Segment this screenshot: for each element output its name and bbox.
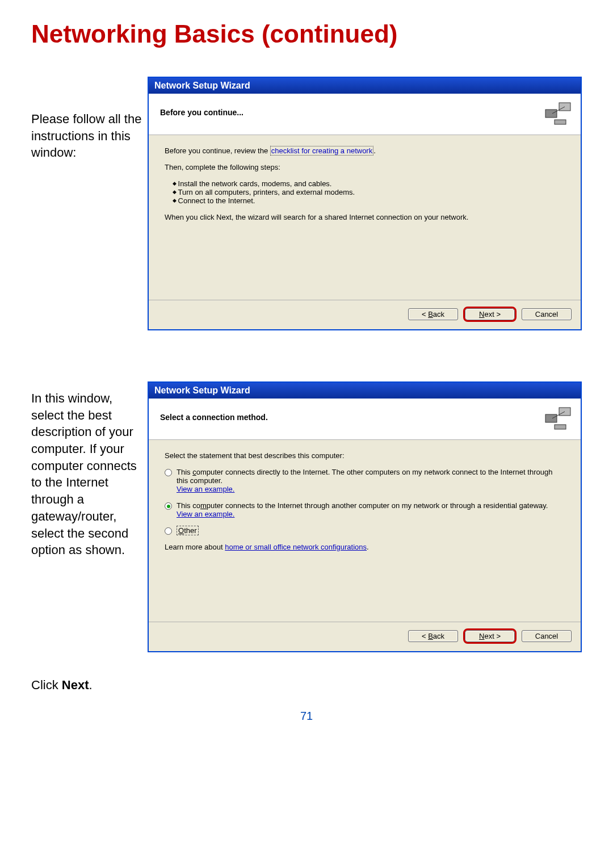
- step-2: Turn on all computers, printers, and ext…: [173, 188, 566, 196]
- opt1-text: This computer connects directly to the I…: [177, 468, 552, 485]
- learn-pre: Learn more about: [165, 543, 225, 551]
- click-next-text: Click Next.: [31, 678, 148, 693]
- wizard1-body: Before you continue, review the checklis…: [149, 135, 581, 300]
- page-number: 71: [31, 710, 582, 723]
- clicknext-post: .: [89, 678, 92, 692]
- view-example-2-link[interactable]: View an example.: [177, 510, 234, 518]
- wizard2-header: Select a connection method.: [149, 399, 581, 440]
- wizard2-body: Select the statement that best describes…: [149, 440, 581, 622]
- radio-option-1[interactable]: This computer connects directly to the I…: [165, 468, 566, 493]
- wizard2-footer: < Back Next > Cancel: [149, 622, 581, 651]
- cancel-button[interactable]: Cancel: [522, 630, 572, 642]
- wizard1-titlebar: Network Setup Wizard: [149, 78, 581, 94]
- clicknext-bold: Next: [62, 678, 89, 692]
- section1-sidetext: Please follow all the instructions in th…: [31, 77, 148, 161]
- opt3-text: Other: [177, 526, 199, 535]
- wiz1-line1-pre: Before you continue, review the: [165, 146, 270, 155]
- radio-option-2[interactable]: This computer connects to the Internet t…: [165, 501, 566, 518]
- radio-icon-selected[interactable]: [165, 502, 172, 510]
- svg-rect-0: [545, 110, 557, 118]
- wiz1-line1-post: .: [373, 146, 376, 155]
- wizard1-header-text: Before you continue...: [160, 108, 243, 117]
- section-2: In this window, select the best descript…: [31, 381, 582, 693]
- radio-icon[interactable]: [165, 527, 172, 535]
- svg-rect-3: [555, 120, 566, 124]
- wiz2-intro: Select the statement that best describes…: [165, 451, 566, 460]
- network-devices-icon: [543, 403, 574, 431]
- page-title: Networking Basics (continued): [31, 20, 582, 48]
- step-3: Connect to the Internet.: [173, 196, 566, 205]
- view-example-1-link[interactable]: View an example.: [177, 485, 234, 493]
- opt2-text: This computer connects to the Internet t…: [177, 501, 548, 510]
- section2-sidetext: In this window, select the best descript…: [31, 381, 148, 559]
- wiz1-steps: Install the network cards, modems, and c…: [173, 179, 566, 205]
- wizard-1: Network Setup Wizard Before you continue…: [148, 77, 582, 330]
- learn-more-link[interactable]: home or small office network configurati…: [225, 543, 367, 551]
- clicknext-pre: Click: [31, 678, 62, 692]
- section-1: Please follow all the instructions in th…: [31, 77, 582, 330]
- wizard2-titlebar: Network Setup Wizard: [149, 383, 581, 399]
- wiz1-line2: Then, complete the following steps:: [165, 163, 566, 171]
- next-button[interactable]: Next >: [465, 308, 515, 320]
- radio-option-3[interactable]: Other: [165, 526, 566, 535]
- step-1: Install the network cards, modems, and c…: [173, 179, 566, 188]
- wiz1-line3: When you click Next, the wizard will sea…: [165, 213, 566, 221]
- wizard1-header: Before you continue...: [149, 94, 581, 135]
- back-button[interactable]: < Back: [408, 308, 458, 320]
- wizard2-header-text: Select a connection method.: [160, 413, 268, 422]
- learn-more: Learn more about home or small office ne…: [165, 543, 566, 551]
- back-button[interactable]: < Back: [408, 630, 458, 642]
- cancel-button[interactable]: Cancel: [522, 308, 572, 320]
- learn-post: .: [367, 543, 369, 551]
- svg-rect-4: [545, 414, 557, 422]
- wizard-2: Network Setup Wizard Select a connection…: [148, 381, 582, 652]
- next-button[interactable]: Next >: [465, 630, 515, 642]
- radio-icon[interactable]: [165, 469, 172, 476]
- wizard1-footer: < Back Next > Cancel: [149, 300, 581, 329]
- svg-rect-7: [555, 425, 566, 429]
- checklist-link[interactable]: checklist for creating a network: [270, 146, 373, 156]
- network-devices-icon: [543, 98, 574, 127]
